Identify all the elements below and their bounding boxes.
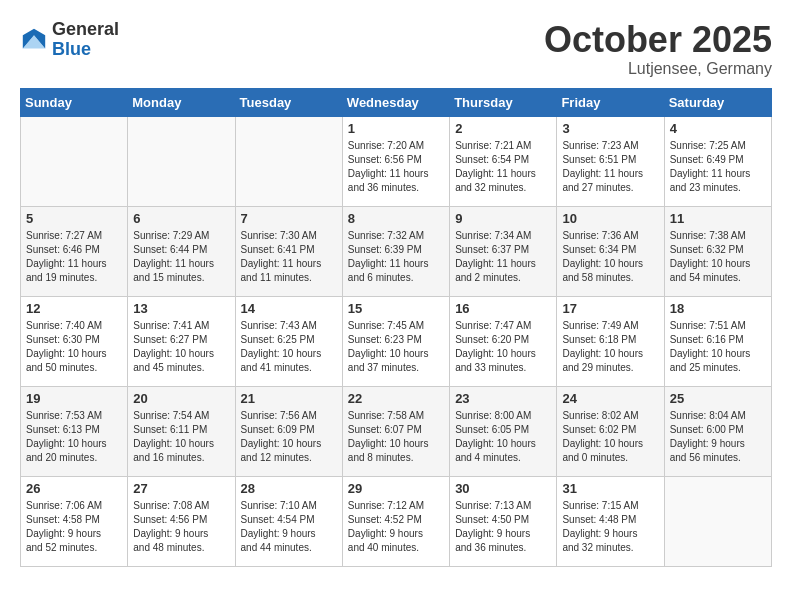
calendar-cell: 12Sunrise: 7:40 AM Sunset: 6:30 PM Dayli… [21, 296, 128, 386]
header-thursday: Thursday [450, 88, 557, 116]
day-info: Sunrise: 7:32 AM Sunset: 6:39 PM Dayligh… [348, 229, 444, 285]
logo-text: General Blue [52, 20, 119, 60]
day-number: 28 [241, 481, 337, 496]
day-number: 7 [241, 211, 337, 226]
calendar-cell: 6Sunrise: 7:29 AM Sunset: 6:44 PM Daylig… [128, 206, 235, 296]
calendar-cell: 22Sunrise: 7:58 AM Sunset: 6:07 PM Dayli… [342, 386, 449, 476]
calendar-header-row: SundayMondayTuesdayWednesdayThursdayFrid… [21, 88, 772, 116]
day-info: Sunrise: 7:27 AM Sunset: 6:46 PM Dayligh… [26, 229, 122, 285]
day-info: Sunrise: 7:25 AM Sunset: 6:49 PM Dayligh… [670, 139, 766, 195]
day-info: Sunrise: 7:21 AM Sunset: 6:54 PM Dayligh… [455, 139, 551, 195]
day-info: Sunrise: 7:53 AM Sunset: 6:13 PM Dayligh… [26, 409, 122, 465]
day-info: Sunrise: 7:56 AM Sunset: 6:09 PM Dayligh… [241, 409, 337, 465]
calendar-cell: 24Sunrise: 8:02 AM Sunset: 6:02 PM Dayli… [557, 386, 664, 476]
calendar-cell [21, 116, 128, 206]
calendar-week-row: 1Sunrise: 7:20 AM Sunset: 6:56 PM Daylig… [21, 116, 772, 206]
header-saturday: Saturday [664, 88, 771, 116]
page-header: General Blue October 2025 Lutjensee, Ger… [20, 20, 772, 78]
calendar-cell: 31Sunrise: 7:15 AM Sunset: 4:48 PM Dayli… [557, 476, 664, 566]
header-wednesday: Wednesday [342, 88, 449, 116]
day-number: 16 [455, 301, 551, 316]
day-number: 20 [133, 391, 229, 406]
day-info: Sunrise: 7:29 AM Sunset: 6:44 PM Dayligh… [133, 229, 229, 285]
calendar-cell [235, 116, 342, 206]
day-number: 13 [133, 301, 229, 316]
header-sunday: Sunday [21, 88, 128, 116]
location: Lutjensee, Germany [544, 60, 772, 78]
calendar-week-row: 19Sunrise: 7:53 AM Sunset: 6:13 PM Dayli… [21, 386, 772, 476]
calendar-cell: 17Sunrise: 7:49 AM Sunset: 6:18 PM Dayli… [557, 296, 664, 386]
day-info: Sunrise: 7:49 AM Sunset: 6:18 PM Dayligh… [562, 319, 658, 375]
header-friday: Friday [557, 88, 664, 116]
header-monday: Monday [128, 88, 235, 116]
day-number: 21 [241, 391, 337, 406]
calendar-cell: 5Sunrise: 7:27 AM Sunset: 6:46 PM Daylig… [21, 206, 128, 296]
calendar-cell: 26Sunrise: 7:06 AM Sunset: 4:58 PM Dayli… [21, 476, 128, 566]
day-number: 4 [670, 121, 766, 136]
day-number: 8 [348, 211, 444, 226]
day-number: 3 [562, 121, 658, 136]
calendar-cell: 28Sunrise: 7:10 AM Sunset: 4:54 PM Dayli… [235, 476, 342, 566]
day-info: Sunrise: 7:58 AM Sunset: 6:07 PM Dayligh… [348, 409, 444, 465]
day-info: Sunrise: 7:36 AM Sunset: 6:34 PM Dayligh… [562, 229, 658, 285]
calendar-week-row: 5Sunrise: 7:27 AM Sunset: 6:46 PM Daylig… [21, 206, 772, 296]
calendar-cell: 7Sunrise: 7:30 AM Sunset: 6:41 PM Daylig… [235, 206, 342, 296]
calendar-cell: 2Sunrise: 7:21 AM Sunset: 6:54 PM Daylig… [450, 116, 557, 206]
day-info: Sunrise: 8:04 AM Sunset: 6:00 PM Dayligh… [670, 409, 766, 465]
day-info: Sunrise: 7:43 AM Sunset: 6:25 PM Dayligh… [241, 319, 337, 375]
day-info: Sunrise: 7:38 AM Sunset: 6:32 PM Dayligh… [670, 229, 766, 285]
calendar-cell: 14Sunrise: 7:43 AM Sunset: 6:25 PM Dayli… [235, 296, 342, 386]
day-number: 14 [241, 301, 337, 316]
calendar-cell: 3Sunrise: 7:23 AM Sunset: 6:51 PM Daylig… [557, 116, 664, 206]
day-number: 15 [348, 301, 444, 316]
title-block: October 2025 Lutjensee, Germany [544, 20, 772, 78]
calendar-cell: 16Sunrise: 7:47 AM Sunset: 6:20 PM Dayli… [450, 296, 557, 386]
day-info: Sunrise: 7:13 AM Sunset: 4:50 PM Dayligh… [455, 499, 551, 555]
day-info: Sunrise: 7:47 AM Sunset: 6:20 PM Dayligh… [455, 319, 551, 375]
logo-blue: Blue [52, 39, 91, 59]
calendar-table: SundayMondayTuesdayWednesdayThursdayFrid… [20, 88, 772, 567]
day-number: 30 [455, 481, 551, 496]
day-number: 31 [562, 481, 658, 496]
day-number: 17 [562, 301, 658, 316]
day-info: Sunrise: 7:15 AM Sunset: 4:48 PM Dayligh… [562, 499, 658, 555]
calendar-cell: 1Sunrise: 7:20 AM Sunset: 6:56 PM Daylig… [342, 116, 449, 206]
day-number: 11 [670, 211, 766, 226]
day-number: 12 [26, 301, 122, 316]
calendar-cell: 10Sunrise: 7:36 AM Sunset: 6:34 PM Dayli… [557, 206, 664, 296]
day-number: 23 [455, 391, 551, 406]
day-info: Sunrise: 7:20 AM Sunset: 6:56 PM Dayligh… [348, 139, 444, 195]
calendar-cell: 27Sunrise: 7:08 AM Sunset: 4:56 PM Dayli… [128, 476, 235, 566]
calendar-cell: 4Sunrise: 7:25 AM Sunset: 6:49 PM Daylig… [664, 116, 771, 206]
day-number: 18 [670, 301, 766, 316]
calendar-cell: 15Sunrise: 7:45 AM Sunset: 6:23 PM Dayli… [342, 296, 449, 386]
day-info: Sunrise: 7:51 AM Sunset: 6:16 PM Dayligh… [670, 319, 766, 375]
day-number: 10 [562, 211, 658, 226]
logo-general: General [52, 19, 119, 39]
day-number: 26 [26, 481, 122, 496]
calendar-cell [128, 116, 235, 206]
day-info: Sunrise: 7:06 AM Sunset: 4:58 PM Dayligh… [26, 499, 122, 555]
day-info: Sunrise: 7:10 AM Sunset: 4:54 PM Dayligh… [241, 499, 337, 555]
day-info: Sunrise: 7:45 AM Sunset: 6:23 PM Dayligh… [348, 319, 444, 375]
calendar-cell: 23Sunrise: 8:00 AM Sunset: 6:05 PM Dayli… [450, 386, 557, 476]
calendar-cell: 19Sunrise: 7:53 AM Sunset: 6:13 PM Dayli… [21, 386, 128, 476]
calendar-week-row: 26Sunrise: 7:06 AM Sunset: 4:58 PM Dayli… [21, 476, 772, 566]
day-number: 19 [26, 391, 122, 406]
calendar-cell: 9Sunrise: 7:34 AM Sunset: 6:37 PM Daylig… [450, 206, 557, 296]
logo: General Blue [20, 20, 119, 60]
day-number: 5 [26, 211, 122, 226]
calendar-cell: 29Sunrise: 7:12 AM Sunset: 4:52 PM Dayli… [342, 476, 449, 566]
day-number: 24 [562, 391, 658, 406]
day-info: Sunrise: 7:40 AM Sunset: 6:30 PM Dayligh… [26, 319, 122, 375]
day-number: 27 [133, 481, 229, 496]
day-info: Sunrise: 7:34 AM Sunset: 6:37 PM Dayligh… [455, 229, 551, 285]
day-number: 1 [348, 121, 444, 136]
calendar-cell: 20Sunrise: 7:54 AM Sunset: 6:11 PM Dayli… [128, 386, 235, 476]
day-info: Sunrise: 7:30 AM Sunset: 6:41 PM Dayligh… [241, 229, 337, 285]
calendar-cell: 18Sunrise: 7:51 AM Sunset: 6:16 PM Dayli… [664, 296, 771, 386]
day-info: Sunrise: 8:00 AM Sunset: 6:05 PM Dayligh… [455, 409, 551, 465]
month-title: October 2025 [544, 20, 772, 60]
day-number: 2 [455, 121, 551, 136]
calendar-cell: 8Sunrise: 7:32 AM Sunset: 6:39 PM Daylig… [342, 206, 449, 296]
